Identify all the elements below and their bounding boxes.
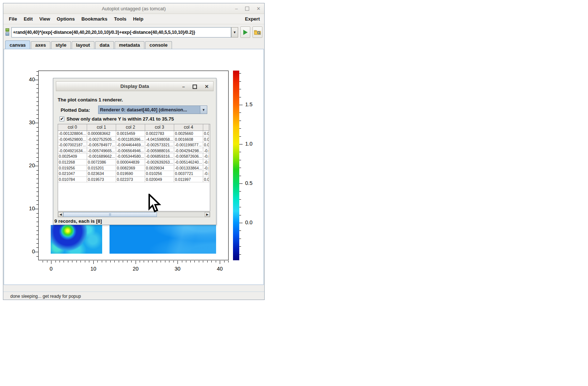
table-row[interactable]: -0.001328804...0.0000836620.00154590.002… <box>58 131 210 137</box>
menu-item-view[interactable]: View <box>36 15 53 23</box>
table-row[interactable]: 0.0025409-0.001689662...-0.005344580...-… <box>58 154 210 160</box>
menu-item-bookmarks[interactable]: Bookmarks <box>78 15 111 23</box>
window-titlebar[interactable]: Autoplot untagged (as tomcat) – ✕ <box>3 3 264 14</box>
table-cell[interactable]: 0.019256 <box>58 165 87 171</box>
table-cell[interactable]: 0.0022783 <box>145 131 174 137</box>
table-cell[interactable]: 0.0016608 <box>174 137 203 143</box>
table-cell[interactable]: -0.005988016... <box>145 148 174 154</box>
table-cell[interactable]: -0.004464469... <box>116 142 145 148</box>
table-cell[interactable]: -0.002639263... <box>145 160 174 165</box>
table-cell[interactable]: -0.007002187... <box>58 142 87 148</box>
table-cell[interactable]: 0.0029934 <box>145 165 174 171</box>
table-cell[interactable]: -0.006564946... <box>116 148 145 154</box>
table-cell[interactable]: -0.0 <box>203 148 209 154</box>
table-cell[interactable]: 0.00 <box>203 131 209 137</box>
table-cell[interactable]: -0.005344580... <box>116 154 145 160</box>
data-table[interactable]: col 0col 1col 2col 3col 4 -0.001328804..… <box>58 124 210 211</box>
colorbar[interactable] <box>233 71 239 260</box>
table-cell[interactable]: 0.000044839 <box>116 160 145 165</box>
dialog-minimize-icon[interactable]: – <box>182 84 185 89</box>
table-cell[interactable]: 0.0037721 <box>174 171 203 177</box>
menu-item-edit[interactable]: Edit <box>20 15 36 23</box>
table-cell[interactable]: -0.004921634... <box>58 148 87 154</box>
table-row[interactable]: -0.004921634...-0.005749665...-0.0065649… <box>58 148 210 154</box>
table-cell[interactable]: 0.010784 <box>58 177 87 183</box>
tab-console[interactable]: console <box>145 41 172 49</box>
table-row[interactable]: -0.007002187...-0.005784977...-0.0044644… <box>58 142 210 148</box>
tab-axes[interactable]: axes <box>31 41 50 49</box>
table-cell[interactable]: -0.0 <box>203 171 209 177</box>
table-cell[interactable]: -0.0 <box>203 165 209 171</box>
maximize-icon[interactable] <box>245 7 249 11</box>
table-cell[interactable]: 0.019573 <box>87 177 116 183</box>
table-cell[interactable]: 0.015201 <box>87 165 116 171</box>
minimize-icon[interactable]: – <box>235 6 238 11</box>
table-cell[interactable]: 0.0025409 <box>58 154 87 160</box>
table-row[interactable]: 0.0122680.00723860.000044839-0.002639263… <box>58 160 210 165</box>
table-cell[interactable]: -0.005872606... <box>174 154 203 160</box>
table-header-cell[interactable] <box>203 124 209 131</box>
tab-metadata[interactable]: metadata <box>115 41 144 49</box>
table-row[interactable]: 0.0210470.0236340.0195900.0102560.003772… <box>58 171 210 177</box>
menu-item-help[interactable]: Help <box>130 15 147 23</box>
tab-data[interactable]: data <box>95 41 114 49</box>
table-cell[interactable]: 0.022373 <box>116 177 145 183</box>
table-cell[interactable]: 0.0082369 <box>116 165 145 171</box>
table-header-cell[interactable]: col 3 <box>145 124 174 131</box>
table-cell[interactable]: -0.0 <box>203 154 209 160</box>
dialog-close-icon[interactable]: ✕ <box>205 84 209 89</box>
table-cell[interactable]: 0.023634 <box>87 171 116 177</box>
menu-item-expert[interactable]: Expert <box>245 16 260 22</box>
dialog-titlebar[interactable]: Display Data – ✕ <box>56 81 214 91</box>
table-cell[interactable]: -0.004294298... <box>174 148 203 154</box>
table-cell[interactable]: -0.004529800... <box>58 137 87 143</box>
table-cell[interactable]: -0.002752505... <box>87 137 116 143</box>
y-filter-checkbox[interactable]: ✔ <box>60 117 64 121</box>
table-cell[interactable]: 0.00 <box>203 137 209 143</box>
table-header-cell[interactable]: col 0 <box>58 124 87 131</box>
table-hscrollbar[interactable]: ◀ ▶ <box>58 212 210 217</box>
menu-item-options[interactable]: Options <box>53 15 78 23</box>
table-cell[interactable]: -4.041598058... <box>145 137 174 143</box>
table-cell[interactable]: -0.001333864... <box>174 165 203 171</box>
combobox-chevron-down-icon[interactable]: ▼ <box>200 106 207 114</box>
table-cell[interactable]: 0.00 <box>203 177 209 183</box>
table-cell[interactable]: 0.00 <box>203 142 209 148</box>
table-cell[interactable]: -0.002573321... <box>145 142 174 148</box>
uri-dropdown-button[interactable]: ▼ <box>231 27 238 37</box>
table-cell[interactable]: 0.000083662 <box>87 131 116 137</box>
table-cell[interactable]: 0.0025660 <box>174 131 203 137</box>
menu-item-file[interactable]: File <box>6 15 20 23</box>
table-cell[interactable]: -0.001185396... <box>116 137 145 143</box>
table-row[interactable]: 0.0192560.0152010.00823690.0029934-0.001… <box>58 165 210 171</box>
table-cell[interactable]: 0.0072386 <box>87 160 116 165</box>
table-cell[interactable]: 0.0015459 <box>116 131 145 137</box>
dialog-maximize-icon[interactable] <box>193 85 197 89</box>
scroll-left-icon[interactable]: ◀ <box>58 212 63 217</box>
scroll-right-icon[interactable]: ▶ <box>205 212 210 217</box>
inspect-uri-button[interactable] <box>252 26 262 38</box>
tab-style[interactable]: style <box>51 41 71 49</box>
table-cell[interactable]: 0.020049 <box>145 177 174 183</box>
tab-layout[interactable]: layout <box>72 41 94 49</box>
close-icon[interactable]: ✕ <box>257 6 261 11</box>
table-cell[interactable]: -0.0 <box>203 160 209 165</box>
table-cell[interactable]: -0.001689662... <box>87 154 116 160</box>
table-cell[interactable]: -0.005146240... <box>174 160 203 165</box>
table-cell[interactable]: -0.005749665... <box>87 148 116 154</box>
table-cell[interactable]: -0.001199077... <box>174 142 203 148</box>
menu-item-tools[interactable]: Tools <box>111 15 130 23</box>
table-cell[interactable]: 0.012268 <box>58 160 87 165</box>
table-cell[interactable]: 0.019590 <box>116 171 145 177</box>
table-cell[interactable]: 0.021047 <box>58 171 87 177</box>
table-cell[interactable]: -0.001328804... <box>58 131 87 137</box>
table-cell[interactable]: 0.010256 <box>145 171 174 177</box>
uri-input[interactable] <box>11 27 231 37</box>
table-header-cell[interactable]: col 1 <box>87 124 116 131</box>
table-cell[interactable]: -0.005784977... <box>87 142 116 148</box>
go-button[interactable] <box>240 26 250 38</box>
scrollbar-thumb[interactable] <box>63 212 157 217</box>
table-row[interactable]: -0.004529800...-0.002752505...-0.0011853… <box>58 137 210 143</box>
table-header-cell[interactable]: col 2 <box>116 124 145 131</box>
table-header-cell[interactable]: col 4 <box>174 124 203 131</box>
